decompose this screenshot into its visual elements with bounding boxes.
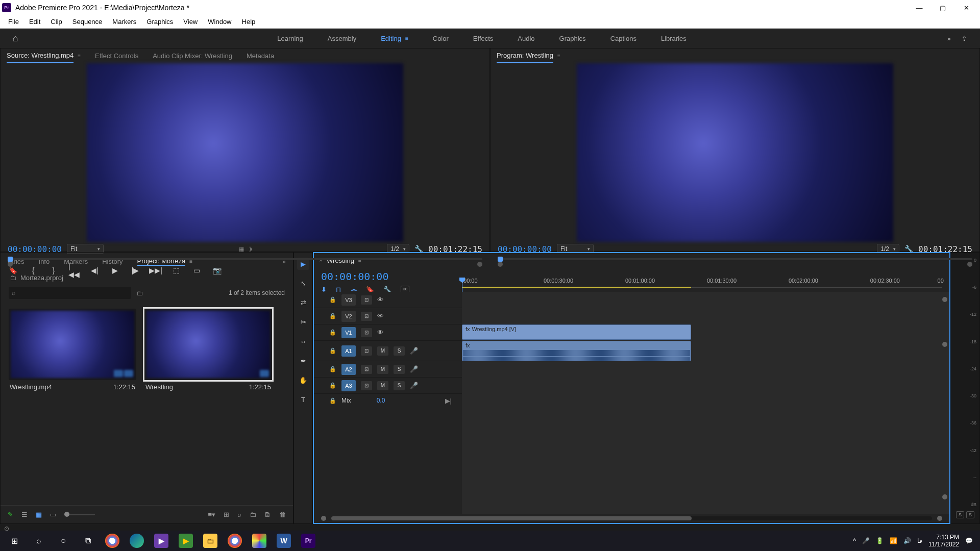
workspace-assembly[interactable]: Assembly: [328, 32, 356, 45]
workspace-editing[interactable]: Editing: [381, 32, 401, 45]
start-button[interactable]: ⊞: [2, 531, 27, 551]
toggle-output-icon[interactable]: 👁: [377, 296, 384, 304]
meter-solo-right[interactable]: S: [966, 511, 974, 518]
workspace-menu-icon[interactable]: ≡: [401, 36, 408, 41]
taskbar-mediaplayer[interactable]: ▶: [149, 531, 174, 551]
mute-button[interactable]: M: [377, 381, 388, 390]
toggle-output-icon[interactable]: 👁: [377, 329, 384, 336]
slip-tool[interactable]: ↔: [297, 335, 309, 347]
lock-icon[interactable]: 🔒: [329, 347, 336, 354]
cortana-button[interactable]: ○: [51, 531, 76, 551]
source-tab-menu-icon[interactable]: ≡: [78, 53, 81, 59]
lock-icon[interactable]: 🔒: [329, 329, 336, 336]
lock-icon[interactable]: 🔒: [329, 313, 336, 319]
sync-lock-icon[interactable]: ⊡: [361, 295, 372, 305]
program-scrubber[interactable]: [498, 258, 972, 265]
solo-button[interactable]: S: [394, 365, 405, 374]
sync-lock-icon[interactable]: ⊡: [361, 381, 372, 390]
find-button[interactable]: ⌕: [237, 511, 241, 518]
project-item-clip[interactable]: Wrestling.mp41:22:15: [9, 309, 136, 394]
tray-chevron-icon[interactable]: ^: [853, 537, 856, 544]
video-clip[interactable]: fxWrestling.mp4 [V]: [462, 324, 691, 340]
track-header-a3[interactable]: 🔒A3⊡MS🎤: [314, 378, 462, 393]
maximize-button[interactable]: ▢: [931, 0, 954, 15]
taskbar-premiere[interactable]: Pr: [296, 531, 321, 551]
track-header-v1[interactable]: 🔒V1⊡👁: [314, 324, 462, 340]
lock-icon[interactable]: 🔒: [329, 397, 336, 404]
voice-over-icon[interactable]: 🎤: [410, 382, 418, 389]
project-writable-icon[interactable]: ✎: [8, 511, 13, 518]
voice-over-icon[interactable]: 🎤: [410, 365, 418, 373]
automate-button[interactable]: ⊞: [224, 511, 229, 518]
sync-lock-icon[interactable]: ⊡: [361, 346, 372, 356]
project-search-input[interactable]: ⌕: [9, 287, 131, 299]
workspace-graphics[interactable]: Graphics: [559, 32, 586, 45]
metadata-tab[interactable]: Metadata: [247, 49, 274, 63]
pen-tool[interactable]: ✒: [297, 355, 309, 367]
workspace-effects[interactable]: Effects: [473, 32, 494, 45]
menu-edit[interactable]: Edit: [24, 18, 45, 26]
sync-lock-icon[interactable]: ⊡: [361, 312, 372, 321]
sync-lock-icon[interactable]: ⊡: [361, 328, 372, 337]
taskbar-edge[interactable]: [125, 531, 149, 551]
solo-button[interactable]: S: [394, 381, 405, 390]
timeline-ruler[interactable]: :00:00 00:00:30:00 00:01:00:00 00:01:30:…: [462, 267, 949, 292]
voice-over-icon[interactable]: 🎤: [410, 347, 418, 355]
bin-icon[interactable]: 🗀: [10, 274, 16, 282]
close-button[interactable]: ✕: [954, 0, 978, 15]
new-bin-button[interactable]: 🗀: [250, 511, 256, 518]
home-button[interactable]: ⌂: [8, 31, 22, 45]
tray-notifications-icon[interactable]: 💬: [965, 537, 973, 544]
task-view-button[interactable]: ⧉: [76, 531, 100, 551]
taskbar-app-yellow[interactable]: ▶: [174, 531, 198, 551]
program-tab-menu-icon[interactable]: ≡: [557, 53, 560, 59]
new-item-button[interactable]: 🗎: [264, 511, 271, 518]
taskbar-app-colorful[interactable]: [247, 531, 272, 551]
track-select-tool[interactable]: ⤡: [297, 277, 309, 289]
freeform-view-button[interactable]: ▭: [50, 511, 56, 518]
share-button[interactable]: ⇪: [957, 35, 972, 42]
search-button[interactable]: ⌕: [27, 531, 51, 551]
meter-solo-left[interactable]: S: [956, 511, 964, 518]
track-header-a1[interactable]: 🔒A1⊡MS🎤: [314, 341, 462, 361]
delete-button[interactable]: 🗑: [279, 511, 286, 518]
mix-track-header[interactable]: 🔒Mix0.0▶|: [314, 394, 462, 407]
icon-view-button[interactable]: ▦: [36, 511, 42, 518]
timeline-hscroll[interactable]: [314, 514, 949, 523]
drag-video-icon[interactable]: ▦: [239, 246, 244, 253]
track-header-v2[interactable]: 🔒V2⊡👁: [314, 308, 462, 324]
taskbar-chrome[interactable]: [100, 531, 125, 551]
program-monitor[interactable]: [491, 63, 979, 242]
type-tool[interactable]: T: [297, 393, 309, 406]
tray-clock[interactable]: 7:13 PM11/17/2022: [928, 534, 959, 548]
menu-help[interactable]: Help: [237, 18, 261, 26]
sync-lock-icon[interactable]: ⊡: [361, 365, 372, 374]
workspace-captions[interactable]: Captions: [610, 32, 636, 45]
mute-button[interactable]: M: [377, 346, 388, 356]
ripple-edit-tool[interactable]: ⇄: [297, 296, 309, 309]
new-bin-search-icon[interactable]: 🗀: [136, 289, 143, 297]
workspace-libraries[interactable]: Libraries: [661, 32, 687, 45]
timeline-vscroll-mid[interactable]: [942, 342, 947, 347]
timeline-vscroll-top[interactable]: [942, 297, 947, 302]
razor-tool[interactable]: ✂: [297, 316, 309, 328]
hand-tool[interactable]: ✋: [297, 374, 309, 386]
effect-controls-tab[interactable]: Effect Controls: [95, 49, 138, 63]
track-header-a2[interactable]: 🔒A2⊡MS🎤: [314, 361, 462, 377]
tray-battery-icon[interactable]: 🔋: [876, 537, 884, 544]
minimize-button[interactable]: —: [908, 0, 931, 15]
source-scrubber[interactable]: [8, 258, 482, 265]
workspace-color[interactable]: Color: [433, 32, 449, 45]
tray-wifi-icon[interactable]: 📶: [890, 537, 897, 544]
workspace-audio[interactable]: Audio: [518, 32, 534, 45]
tray-mic-icon[interactable]: 🎤: [862, 537, 870, 544]
taskbar-file-explorer[interactable]: 🗀: [198, 531, 223, 551]
timeline-content[interactable]: fxWrestling.mp4 [V] fx: [462, 292, 949, 514]
drag-audio-icon[interactable]: ⟫: [249, 246, 252, 253]
audio-meters-panel[interactable]: 0 -6 -12 -18 -24 -30 -36 -42 -- dB S S: [950, 252, 980, 524]
list-view-button[interactable]: ☰: [21, 511, 28, 518]
thumbnail-size-slider[interactable]: [64, 514, 95, 515]
menu-file[interactable]: File: [3, 18, 24, 26]
solo-button[interactable]: S: [394, 346, 405, 356]
tray-volume-icon[interactable]: 🔊: [903, 537, 911, 544]
